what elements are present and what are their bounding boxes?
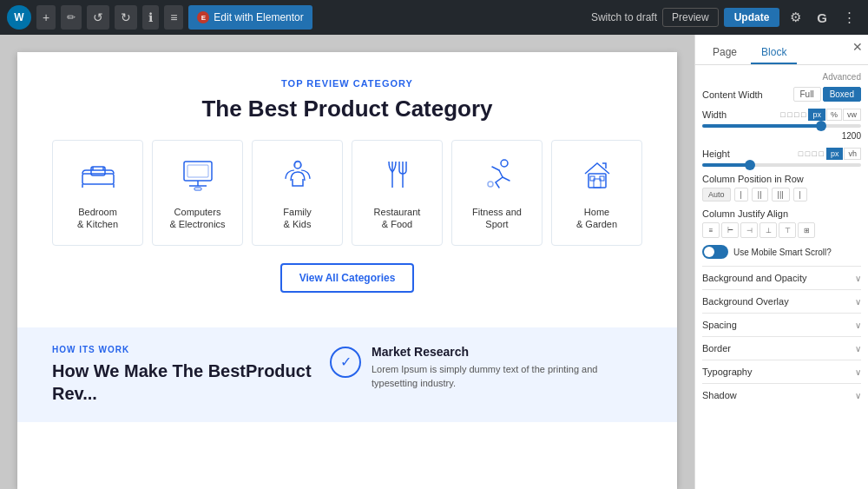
advanced-label: Advanced <box>702 72 861 82</box>
category-card-fitness[interactable]: Fitness andSport <box>451 140 542 246</box>
family-label: Family& Kids <box>283 206 311 231</box>
how-its-work-label: HOW ITS WORK <box>52 345 312 354</box>
accordion-border[interactable]: Border ∨ <box>702 336 861 360</box>
height-unit-tabs: px vh <box>826 148 861 160</box>
redo-button[interactable]: ↻ <box>115 5 137 30</box>
view-all-categories-button[interactable]: View All Categories <box>280 263 415 293</box>
width-label: Width <box>702 109 727 120</box>
market-research-text: Lorem Ipsum is simply dummy text of the … <box>372 362 642 391</box>
svg-rect-8 <box>194 188 201 190</box>
width-unit-tabs: px % vw <box>808 109 861 121</box>
width-control-icons: □ □ □ □ px % vw <box>780 109 861 121</box>
accordion-spacing-chevron: ∨ <box>855 320 861 330</box>
position-2[interactable]: || <box>752 188 768 202</box>
hamburger-button[interactable]: ≡ <box>164 5 183 30</box>
check-circle-icon: ✓ <box>330 347 361 378</box>
tab-page[interactable]: Page <box>702 42 747 64</box>
accordion-background[interactable]: Background and Opacity ∨ <box>702 266 861 289</box>
justify-auto[interactable]: ≡ <box>702 222 720 238</box>
category-card-family[interactable]: Family& Kids <box>252 140 343 246</box>
panel-body: Advanced Content Width Full Boxed Width … <box>695 65 868 489</box>
svg-rect-7 <box>187 165 208 177</box>
width-px-tab[interactable]: px <box>808 109 825 121</box>
wp-logo-icon[interactable]: W <box>7 5 31 30</box>
category-card-computers[interactable]: Computers& Electronics <box>152 140 243 246</box>
height-vh-tab[interactable]: vh <box>844 148 861 160</box>
grammarly-icon-button[interactable]: G <box>812 7 832 29</box>
width-slider-thumb[interactable] <box>816 121 826 131</box>
justify-space[interactable]: ⊤ <box>779 222 796 238</box>
mobile-scroll-label: Use Mobile Smart Scroll? <box>733 248 832 257</box>
accordion-background-overlay[interactable]: Background Overlay ∨ <box>702 289 861 313</box>
height-slider-fill <box>702 163 750 167</box>
main-layout: TOP REVIEW CATEGORY The Best Product Cat… <box>0 35 868 489</box>
justify-right[interactable]: ⊥ <box>760 222 777 238</box>
content-width-options: Full Boxed <box>793 87 861 102</box>
justify-options: ≡ ⊢ ⊣ ⊥ ⊤ ⊞ <box>702 222 861 238</box>
top-bar: W + ✏ ↺ ↻ ℹ ≡ E Edit with Elementor Swit… <box>0 0 868 35</box>
family-icon <box>279 155 317 197</box>
more-options-button[interactable]: ⋮ <box>838 6 861 29</box>
justify-left[interactable]: ⊢ <box>721 222 739 238</box>
width-percent-tab[interactable]: % <box>826 109 842 121</box>
info-button[interactable]: ℹ <box>142 5 159 30</box>
svg-rect-4 <box>184 162 212 181</box>
edit-with-elementor-button[interactable]: E Edit with Elementor <box>188 5 312 30</box>
canvas-area: TOP REVIEW CATEGORY The Best Product Cat… <box>0 35 694 489</box>
boxed-width-option[interactable]: Boxed <box>823 87 861 102</box>
width-vw-tab[interactable]: vw <box>843 109 861 121</box>
top-review-label: TOP REVIEW CATEGORY <box>52 78 642 89</box>
height-control: Height □ □ □ □ px vh <box>702 148 861 167</box>
update-button[interactable]: Update <box>724 8 780 27</box>
home-label: Home& Garden <box>576 206 617 231</box>
add-block-button[interactable]: + <box>36 5 56 30</box>
bedroom-label: Bedroom& Kitchen <box>77 206 118 231</box>
undo-button[interactable]: ↺ <box>87 5 109 30</box>
restaurant-label: Restaurant& Food <box>374 206 421 231</box>
category-card-bedroom[interactable]: Bedroom& Kitchen <box>52 140 143 246</box>
settings-icon-button[interactable]: ⚙ <box>785 6 806 29</box>
right-panel: Page Block ✕ Advanced Content Width Full… <box>694 35 868 489</box>
best-product-title: The Best Product Category <box>52 96 642 122</box>
how-title: How We Make The BestProductRev... <box>52 360 312 405</box>
accordion-background-chevron: ∨ <box>855 274 861 283</box>
category-card-home[interactable]: Home& Garden <box>551 140 642 246</box>
accordion-spacing[interactable]: Spacing ∨ <box>702 313 861 336</box>
switch-to-draft-button[interactable]: Switch to draft <box>591 11 657 23</box>
position-4[interactable]: | <box>793 188 807 202</box>
width-control: Width □ □ □ □ px % vw 1200 <box>702 109 861 141</box>
market-research-title: Market Research <box>372 345 642 359</box>
height-px-tab[interactable]: px <box>826 148 844 160</box>
computers-label: Computers& Electronics <box>169 206 225 231</box>
mobile-scroll-toggle-row: Use Mobile Smart Scroll? <box>702 245 861 259</box>
pencil-button[interactable]: ✏ <box>61 5 82 30</box>
accordion-typography[interactable]: Typography ∨ <box>702 360 861 383</box>
canvas-inner: TOP REVIEW CATEGORY The Best Product Cat… <box>17 52 677 489</box>
computers-icon <box>179 155 217 197</box>
position-3[interactable]: ||| <box>772 188 790 202</box>
height-slider-thumb[interactable] <box>745 160 755 170</box>
accordion-background-label: Background and Opacity <box>702 273 806 283</box>
mobile-scroll-toggle[interactable] <box>702 245 728 259</box>
accordion-shadow[interactable]: Shadow ∨ <box>702 383 861 406</box>
full-width-option[interactable]: Full <box>793 87 821 102</box>
market-research-block: Market Research Lorem Ipsum is simply du… <box>372 345 642 391</box>
close-panel-button[interactable]: ✕ <box>852 40 863 54</box>
accordion-bg-overlay-chevron: ∨ <box>855 297 861 307</box>
width-slider[interactable] <box>702 124 861 128</box>
position-auto[interactable]: Auto <box>702 188 731 202</box>
justify-center[interactable]: ⊣ <box>740 222 758 238</box>
content-width-label: Content Width <box>702 89 763 100</box>
position-1[interactable]: | <box>734 188 748 202</box>
tab-block[interactable]: Block <box>751 42 797 64</box>
justify-stretch[interactable]: ⊞ <box>798 222 815 238</box>
category-card-restaurant[interactable]: Restaurant& Food <box>352 140 443 246</box>
preview-button[interactable]: Preview <box>662 8 719 27</box>
left-content: HOW ITS WORK How We Make The BestProduct… <box>52 345 312 405</box>
bedroom-icon <box>79 155 117 197</box>
accordion-shadow-chevron: ∨ <box>855 391 861 400</box>
page-content: TOP REVIEW CATEGORY The Best Product Cat… <box>17 52 677 319</box>
column-position-row: Column Position in Row Auto | || ||| | <box>702 174 861 202</box>
accordion-border-chevron: ∨ <box>855 344 861 354</box>
height-slider[interactable] <box>702 163 861 167</box>
